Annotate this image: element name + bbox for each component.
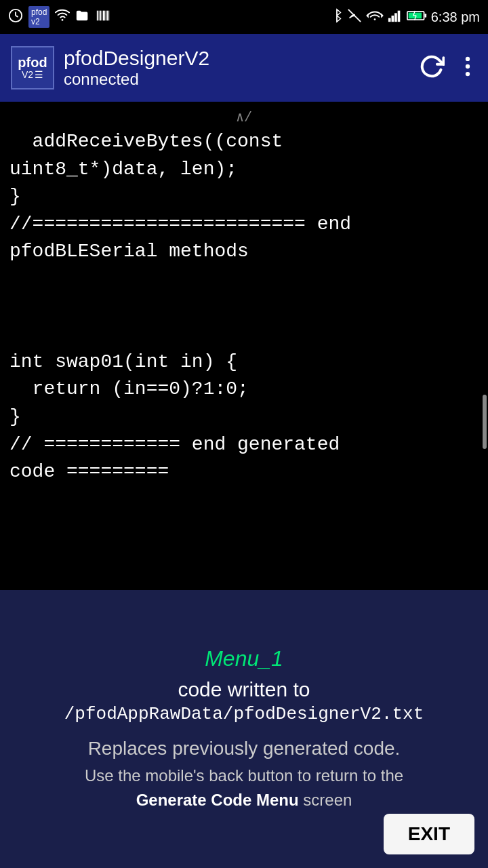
refresh-button[interactable] (419, 54, 445, 83)
clock-icon (8, 8, 23, 26)
svg-rect-10 (107, 10, 108, 20)
file-path: /pfodAppRawData/pfodDesignerV2.txt (64, 704, 424, 724)
status-bar: pfodv2 (0, 0, 488, 34)
menu-name: Menu_1 (205, 646, 283, 671)
svg-point-3 (62, 19, 64, 21)
scroll-up-hint: ∧/ (9, 108, 479, 125)
replaces-text: Replaces previously generated code. (88, 738, 401, 760)
status-left: pfodv2 (8, 6, 110, 28)
svg-line-2 (16, 16, 18, 17)
svg-rect-5 (99, 10, 100, 20)
bottom-panel: Menu_1 code written to /pfodAppRawData/p… (0, 590, 488, 868)
svg-rect-19 (394, 13, 397, 22)
battery-icon (407, 9, 427, 25)
svg-rect-7 (102, 10, 103, 20)
svg-point-27 (466, 56, 470, 60)
pfod-status-icon: pfodv2 (28, 6, 49, 28)
svg-rect-8 (103, 10, 105, 20)
app-bar-left: pfod V2 ☰ pfodDesignerV2 connected (11, 46, 209, 90)
logo-v2-text: V2 ☰ (22, 69, 43, 80)
app-bar: pfod V2 ☰ pfodDesignerV2 connected (0, 34, 488, 102)
svg-rect-4 (97, 10, 98, 20)
app-logo: pfod V2 ☰ (11, 46, 54, 90)
svg-point-28 (466, 64, 470, 68)
svg-rect-23 (424, 14, 426, 17)
wifi-arrows-icon (366, 8, 384, 26)
svg-marker-15 (366, 13, 369, 18)
app-title: pfodDesignerV2 (64, 47, 209, 70)
scrollbar (483, 395, 487, 449)
barcode-icon (96, 8, 110, 26)
svg-rect-17 (388, 18, 391, 21)
generate-code-menu-label: Generate Code Menu (136, 791, 299, 809)
code-content: addReceiveBytes((const uint8_t*)data, le… (9, 128, 479, 486)
app-title-group: pfodDesignerV2 connected (64, 47, 209, 89)
svg-rect-20 (397, 10, 400, 22)
bluetooth-icon (331, 8, 343, 26)
signal-bars-icon (388, 8, 403, 26)
more-options-button[interactable] (458, 54, 477, 83)
signal-slash-icon (347, 8, 362, 26)
code-area: ∧/ addReceiveBytes((const uint8_t*)data,… (0, 102, 488, 590)
app-bar-right (419, 54, 477, 83)
svg-rect-11 (109, 10, 110, 20)
app-subtitle: connected (64, 70, 209, 89)
svg-marker-16 (381, 13, 384, 18)
back-instruction: Use the mobile's back button to return t… (85, 764, 403, 812)
code-written-label: code written to (178, 675, 310, 704)
svg-rect-6 (100, 10, 102, 20)
logo-pfod-text: pfod (18, 56, 47, 69)
svg-point-14 (373, 18, 375, 20)
svg-rect-9 (106, 10, 106, 20)
folder-icon (75, 8, 90, 26)
svg-point-29 (466, 71, 470, 75)
exit-button[interactable]: EXIT (384, 814, 474, 854)
time-display: 6:38 pm (431, 9, 480, 25)
svg-rect-18 (391, 16, 394, 22)
status-right: 6:38 pm (331, 8, 480, 26)
wifi-icon (55, 8, 70, 26)
